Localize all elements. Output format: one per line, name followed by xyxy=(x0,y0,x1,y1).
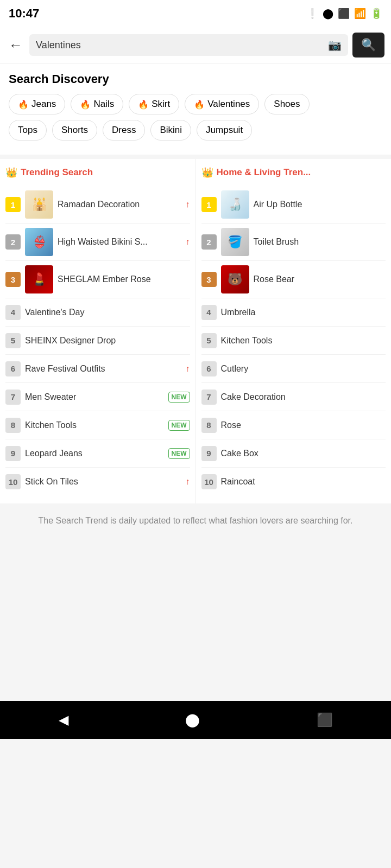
trending-container: 👑 Trending Search 1🕌Ramadan Decoration↑2… xyxy=(0,159,391,503)
trend-item[interactable]: 4Valentine's Day xyxy=(5,298,190,327)
trending-items-list: 1🕌Ramadan Decoration↑2👙High Waisted Biki… xyxy=(5,186,190,496)
trend-thumbnail: 🐻 xyxy=(221,265,249,293)
trend-item[interactable]: 3🐻Rose Bear xyxy=(201,261,386,298)
trend-item[interactable]: 10Stick On Tiles↑ xyxy=(5,468,190,496)
rank-badge: 7 xyxy=(201,390,217,405)
trend-name: Rose Bear xyxy=(254,275,386,284)
trend-name: SHEGLAM Ember Rose xyxy=(58,275,190,284)
trend-thumbnail: 🕌 xyxy=(25,190,53,219)
nav-recent-button[interactable]: ⬛ xyxy=(317,712,333,727)
trend-name: SHEINX Designer Drop xyxy=(25,336,190,346)
tag-jeans[interactable]: 🔥Jeans xyxy=(9,94,65,114)
trend-item[interactable]: 3💄SHEGLAM Ember Rose xyxy=(5,261,190,298)
rank-badge: 2 xyxy=(201,234,217,250)
fire-icon: 🔥 xyxy=(194,99,205,110)
rank-badge: 4 xyxy=(201,305,217,320)
tag-tops[interactable]: Tops xyxy=(9,120,47,141)
android-nav-bar: ◀ ⬤ ⬛ xyxy=(0,701,391,739)
trend-item[interactable]: 6Rave Festival Outfits↑ xyxy=(5,355,190,383)
trend-arrow-icon: ↑ xyxy=(186,200,190,209)
rank-badge: 5 xyxy=(201,333,217,348)
rank-badge: 9 xyxy=(201,446,217,461)
trend-item[interactable]: 7Cake Decoration xyxy=(201,383,386,411)
new-badge: NEW xyxy=(168,448,190,459)
tag-shorts[interactable]: Shorts xyxy=(52,120,97,141)
trend-item[interactable]: 2👙High Waisted Bikini S...↑ xyxy=(5,224,190,261)
tag-nails[interactable]: 🔥Nails xyxy=(71,94,123,114)
rank-badge: 8 xyxy=(5,418,21,433)
trend-item[interactable]: 1🍶Air Up Bottle xyxy=(201,186,386,224)
trend-item[interactable]: 6Cutlery xyxy=(201,355,386,383)
rank-badge: 8 xyxy=(201,418,217,433)
tags-row-2: Tops Shorts Dress Bikini Jumpsuit xyxy=(9,120,382,141)
new-badge: NEW xyxy=(168,420,190,431)
status-bar: 10:47 ❕ ⬤ ⬛ 📶 🔋 xyxy=(0,0,391,27)
trend-name: Rave Festival Outfits xyxy=(25,364,181,374)
search-button[interactable]: 🔍 xyxy=(352,33,384,58)
trend-arrow-icon: ↑ xyxy=(186,477,190,487)
trend-arrow-icon: ↑ xyxy=(186,364,190,374)
trend-thumbnail: 👙 xyxy=(25,228,53,256)
home-living-header: 👑 Home & Living Tren... xyxy=(201,167,386,178)
wifi-icon: 📶 xyxy=(354,8,366,20)
tag-jumpsuit[interactable]: Jumpsuit xyxy=(197,120,252,141)
tags-row-1: 🔥Jeans 🔥Nails 🔥Skirt 🔥Valentines Shoes xyxy=(9,94,382,114)
trend-item[interactable]: 10Raincoat xyxy=(201,468,386,496)
trend-name: Leopard Jeans xyxy=(25,449,164,458)
notification-icon: ❕ xyxy=(306,8,318,20)
battery-icon: 🔋 xyxy=(370,8,382,20)
discovery-title: Search Discovery xyxy=(9,72,382,86)
discovery-section: Search Discovery 🔥Jeans 🔥Nails 🔥Skirt 🔥V… xyxy=(0,63,391,155)
home-living-title: Home & Living Tren... xyxy=(217,167,311,178)
trend-item[interactable]: 2🪣Toilet Brush xyxy=(201,224,386,261)
trend-name: Cutlery xyxy=(221,364,386,374)
trend-name: Toilet Brush xyxy=(254,237,386,247)
rank-badge: 3 xyxy=(5,272,21,287)
status-icons: ❕ ⬤ ⬛ 📶 🔋 xyxy=(306,8,382,20)
trend-name: Ramadan Decoration xyxy=(58,200,181,209)
tag-shoes[interactable]: Shoes xyxy=(264,94,309,114)
trend-item[interactable]: 8Rose xyxy=(201,411,386,439)
new-badge: NEW xyxy=(168,392,190,403)
trending-search-panel: 👑 Trending Search 1🕌Ramadan Decoration↑2… xyxy=(0,159,196,503)
search-input-wrap[interactable]: Valentines 📷 xyxy=(29,34,348,56)
nav-back-button[interactable]: ◀ xyxy=(59,712,68,727)
trend-item[interactable]: 9Leopard JeansNEW xyxy=(5,439,190,468)
trend-name: Cake Box xyxy=(221,449,386,458)
rank-badge: 4 xyxy=(5,305,21,320)
nav-home-button[interactable]: ⬤ xyxy=(185,712,200,727)
trend-name: Air Up Bottle xyxy=(254,200,386,209)
rank-badge: 2 xyxy=(5,234,21,250)
trend-name: Kitchen Tools xyxy=(221,336,386,346)
rank-badge: 9 xyxy=(5,446,21,461)
trend-item[interactable]: 1🕌Ramadan Decoration↑ xyxy=(5,186,190,224)
trend-name: Kitchen Tools xyxy=(25,420,164,430)
crown-icon: 👑 xyxy=(5,167,17,178)
trend-item[interactable]: 7Men SweaterNEW xyxy=(5,383,190,411)
camera-icon[interactable]: 📷 xyxy=(328,39,342,52)
back-button[interactable]: ← xyxy=(7,35,25,56)
cast-icon: ⬛ xyxy=(338,8,350,20)
rank-badge: 7 xyxy=(5,390,21,405)
rank-badge: 5 xyxy=(5,333,21,348)
rank-badge: 1 xyxy=(201,197,217,212)
tag-dress[interactable]: Dress xyxy=(103,120,145,141)
trend-name: Umbrella xyxy=(221,308,386,317)
tag-valentines[interactable]: 🔥Valentines xyxy=(185,94,259,114)
trend-item[interactable]: 8Kitchen ToolsNEW xyxy=(5,411,190,439)
trend-item[interactable]: 5SHEINX Designer Drop xyxy=(5,327,190,355)
tag-bikini[interactable]: Bikini xyxy=(150,120,191,141)
trend-arrow-icon: ↑ xyxy=(186,237,190,247)
trend-item[interactable]: 9Cake Box xyxy=(201,439,386,468)
crown-icon-2: 👑 xyxy=(201,167,213,178)
trend-thumbnail: 💄 xyxy=(25,265,53,293)
trend-item[interactable]: 5Kitchen Tools xyxy=(201,327,386,355)
search-input[interactable]: Valentines xyxy=(36,40,324,51)
trend-name: Stick On Tiles xyxy=(25,477,181,487)
home-living-items-list: 1🍶Air Up Bottle2🪣Toilet Brush3🐻Rose Bear… xyxy=(201,186,386,496)
rank-badge: 1 xyxy=(5,197,21,212)
trend-name: High Waisted Bikini S... xyxy=(58,237,181,247)
trend-item[interactable]: 4Umbrella xyxy=(201,298,386,327)
tag-skirt[interactable]: 🔥Skirt xyxy=(129,94,179,114)
trend-name: Men Sweater xyxy=(25,392,164,402)
